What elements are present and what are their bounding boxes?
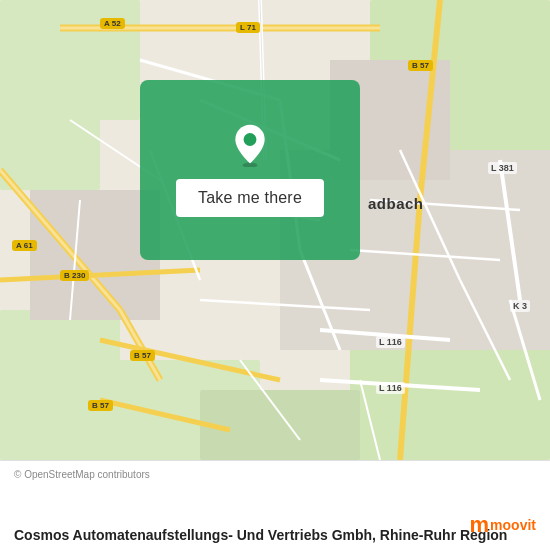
svg-point-45 [244, 133, 257, 146]
road-label-k3: K 3 [510, 300, 530, 312]
road-label-l116-top: L 116 [376, 336, 405, 348]
svg-rect-2 [0, 110, 100, 190]
map-container: A 52 A 61 L 71 B 57 B 230 B 57 B 57 L 38… [0, 0, 550, 460]
city-label: adbach [368, 195, 424, 212]
road-label-a52: A 52 [100, 18, 125, 29]
road-label-l116-bottom: L 116 [376, 382, 405, 394]
road-label-b230: B 230 [60, 270, 89, 281]
moovit-logo: m moovit [470, 512, 536, 538]
moovit-logo-icon: m [470, 512, 489, 538]
road-label-a61: A 61 [12, 240, 37, 251]
location-pin-icon [228, 123, 272, 167]
place-name: Cosmos Automatenaufstellungs- Und Vertri… [14, 526, 536, 544]
road-label-b57-top: B 57 [408, 60, 433, 71]
bottom-bar: © OpenStreetMap contributors Cosmos Auto… [0, 460, 550, 550]
road-label-l381: L 381 [488, 162, 517, 174]
take-me-there-button[interactable]: Take me there [176, 179, 324, 217]
road-label-b57-bottom: B 57 [130, 350, 155, 361]
highlight-overlay: Take me there [140, 80, 360, 260]
moovit-logo-text: moovit [490, 517, 536, 533]
osm-attribution: © OpenStreetMap contributors [14, 469, 536, 480]
svg-rect-8 [200, 390, 360, 460]
road-label-l71: L 71 [236, 22, 260, 33]
road-label-b57-bottom2: B 57 [88, 400, 113, 411]
